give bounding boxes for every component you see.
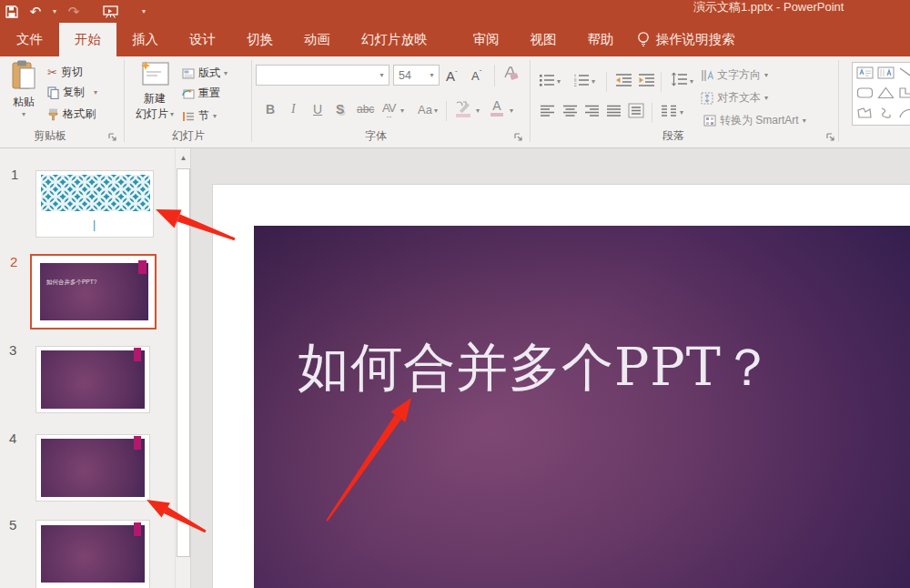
tab-view[interactable]: 视图 [515,23,572,56]
clear-formatting-button[interactable] [501,66,520,86]
layout-button[interactable]: 版式 ▾ [182,66,228,81]
smartart-dropdown[interactable]: ▾ [803,117,806,125]
font-size-dropdown[interactable]: ▾ [425,71,439,79]
distribute-text-icon[interactable] [628,103,644,118]
justify-icon[interactable] [606,105,622,118]
save-button[interactable] [0,2,24,22]
character-spacing-dropdown[interactable]: ▾ [400,106,404,115]
slide-3-thumbnail[interactable] [35,346,150,413]
text-direction-dropdown[interactable]: ▾ [764,71,768,79]
slide-5-thumbnail[interactable] [35,520,150,588]
slide-background-image[interactable]: 如何合并多个PPT？ [254,226,910,588]
section-dropdown[interactable]: ▾ [213,112,217,120]
text-highlight-button[interactable] [454,100,474,122]
convert-smartart-button[interactable]: 转换为 SmartArt ▾ [703,113,806,128]
reset-button[interactable]: 重置 [182,86,220,101]
tab-insert[interactable]: 插入 [116,23,174,56]
paste-dropdown[interactable]: ▾ [5,110,42,118]
paragraph-dialog-launcher[interactable] [825,132,836,143]
freeform-shape-icon[interactable] [856,106,874,119]
font-color-button[interactable]: A [490,100,503,117]
align-center-icon[interactable] [562,105,578,118]
align-right-icon[interactable] [584,105,600,118]
italic-button[interactable]: I [291,102,296,117]
slide-1-number: 1 [11,167,18,182]
underline-button[interactable]: U [313,102,322,117]
line-shape-icon[interactable] [898,66,910,79]
decrease-indent-icon[interactable] [615,73,632,87]
tab-animations[interactable]: 动画 [288,23,346,56]
triangle-shape-icon[interactable] [877,86,895,99]
format-painter-button[interactable]: 格式刷 [47,106,96,122]
slide-5-number: 5 [9,517,16,532]
rounded-rectangle-shape-icon[interactable] [856,86,874,99]
up-arrow-icon: ▲ [180,154,187,162]
decrease-font-size-button[interactable]: Aˇ [471,68,481,83]
scribble-shape-icon[interactable] [877,106,895,119]
line-spacing-dropdown[interactable]: ▾ [690,77,693,86]
font-name-input[interactable] [257,69,375,82]
text-highlight-dropdown[interactable]: ▾ [476,106,480,115]
clipboard-dialog-launcher[interactable] [107,132,118,143]
bullets-icon[interactable] [539,73,555,87]
text-direction-button[interactable]: 文字方向 ▾ [701,67,768,83]
scrollbar-thumb[interactable] [177,168,190,557]
bullets-dropdown[interactable]: ▾ [557,77,561,86]
undo-button[interactable]: ↶ [24,2,47,22]
textbox-vertical-icon[interactable] [877,66,895,79]
font-name-dropdown[interactable]: ▾ [375,71,389,79]
columns-icon[interactable] [661,105,677,118]
paragraph-group-label: 段落 [619,128,728,144]
tab-design[interactable]: 设计 [174,23,231,56]
font-dialog-launcher[interactable] [513,132,524,143]
slide-1-thumbnail[interactable]: | [35,170,154,238]
arc-shape-icon[interactable] [898,106,910,119]
font-color-dropdown[interactable]: ▾ [510,106,513,115]
new-slide-button[interactable]: 新建 幻灯片 ▾ [133,60,177,122]
copy-button[interactable]: 复制 ▾ [47,85,97,100]
undo-dropdown[interactable]: ▾ [47,7,62,15]
section-button[interactable]: 节 ▾ [182,108,217,124]
bold-button[interactable]: B [266,102,275,117]
align-text-button[interactable]: 对齐文本 ▾ [701,90,768,106]
tab-slideshow[interactable]: 幻灯片放映 [346,23,443,56]
slide-2-thumbnail-selected[interactable]: 如何合并多个PPT? [30,254,157,329]
strikethrough-button[interactable]: abc [357,103,374,116]
new-slide-dropdown[interactable]: ▾ [170,110,174,118]
tell-me-search[interactable]: 操作说明搜索 [637,23,735,56]
increase-font-size-button[interactable]: Aˆ [446,68,458,84]
paste-button[interactable]: 粘贴 ▾ [5,60,42,118]
increase-indent-icon[interactable] [638,73,655,87]
tab-transitions[interactable]: 切换 [231,23,288,56]
font-name-combobox[interactable]: ▾ [256,65,389,86]
change-case-dropdown[interactable]: ▾ [434,106,438,115]
tab-review[interactable]: 审阅 [458,23,515,56]
shapes-gallery[interactable] [852,62,910,126]
font-size-combobox[interactable]: ▾ [393,65,440,86]
font-size-input[interactable] [394,69,425,82]
slide-4-thumbnail[interactable] [35,434,150,502]
scrollbar-up-button[interactable]: ▲ [177,150,190,167]
tab-file[interactable]: 文件 [0,23,59,56]
character-spacing-button[interactable]: AV ↔ [382,101,395,118]
numbering-dropdown[interactable]: ▾ [592,77,595,86]
line-spacing-icon[interactable] [671,72,688,88]
textbox-horizontal-icon[interactable] [856,66,874,79]
customize-qat-button[interactable]: ▾ [136,7,151,15]
columns-dropdown[interactable]: ▾ [680,108,683,117]
l-shape-icon[interactable] [898,86,910,99]
slide-title-text[interactable]: 如何合并多个PPT？ [298,333,774,403]
text-shadow-button[interactable]: S [336,102,344,117]
panel-scrollbar[interactable]: ▲ [175,148,191,588]
tab-help[interactable]: 帮助 [572,23,630,56]
copy-dropdown[interactable]: ▾ [94,88,97,96]
change-case-button[interactable]: Aa [418,103,432,117]
tab-home[interactable]: 开始 [59,23,116,56]
start-slideshow-button[interactable] [98,2,122,22]
align-left-icon[interactable] [540,105,555,118]
layout-dropdown[interactable]: ▾ [224,69,228,77]
align-text-dropdown[interactable]: ▾ [764,94,768,102]
cut-button[interactable]: ✂ 剪切 [47,65,83,80]
slide-page[interactable]: 如何合并多个PPT？ [212,184,910,588]
numbering-icon[interactable] [573,73,590,87]
